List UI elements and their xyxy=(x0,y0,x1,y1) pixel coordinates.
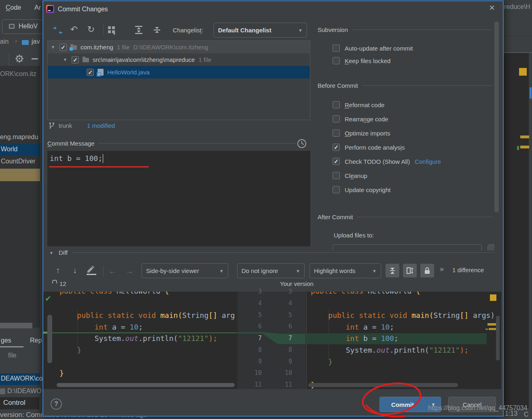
whitespace-dropdown[interactable]: Do not ignore ▼ xyxy=(237,263,305,278)
checkbox-todo[interactable]: ✓ xyxy=(333,158,340,165)
commit-message-label: Commit Message xyxy=(47,140,95,147)
package-fragment[interactable]: eng.mapredu xyxy=(0,133,38,141)
error-stripe-green[interactable] xyxy=(517,146,519,150)
after-commit-section: After Commit xyxy=(318,214,492,220)
checkbox-cleanup[interactable] xyxy=(333,172,340,179)
previous-difference-icon[interactable]: ↑ xyxy=(53,265,63,275)
show-diff-icon[interactable] xyxy=(53,25,63,35)
checkbox-keep-locked[interactable] xyxy=(333,57,340,64)
line-number: 4 xyxy=(246,300,262,307)
line-number: 6 xyxy=(246,323,262,330)
highlight-dropdown[interactable]: Highlight words ▼ xyxy=(309,263,381,278)
folder-icon xyxy=(70,45,77,50)
editor-tab-fragment[interactable]: reduce\H xyxy=(504,3,530,11)
package-path: D:\IDEAWORK\com.itzheng xyxy=(134,44,208,51)
gear-icon[interactable] xyxy=(15,54,24,63)
breadcrumb-java[interactable]: jav xyxy=(32,38,40,45)
configure-link[interactable]: Configure xyxy=(415,158,441,165)
spellcheck-underline xyxy=(49,166,149,167)
help-button[interactable]: ? xyxy=(51,398,62,410)
option-reformat[interactable]: Reformat code xyxy=(333,101,384,108)
commit-button[interactable]: Commit xyxy=(379,397,426,412)
branch-name: trunk xyxy=(59,122,72,129)
option-check-todo[interactable]: ✓ Check TODO (Show All) Configure xyxy=(333,158,441,165)
bg-scrollbar[interactable] xyxy=(0,323,32,328)
collapse-all-icon[interactable] xyxy=(152,25,162,35)
option-label: Keep files locked xyxy=(345,57,390,64)
changelist-dropdown[interactable]: Default Changelist ▼ xyxy=(214,23,307,38)
caret-down-icon[interactable]: ▼ xyxy=(51,45,56,49)
checkbox-package[interactable]: ✓ xyxy=(59,44,67,51)
left-pane-hscrollbar[interactable] xyxy=(57,383,235,387)
run-configuration-selector[interactable]: HelloV xyxy=(2,19,43,34)
selected-change-row[interactable]: DEAWORK\co xyxy=(0,373,40,385)
diff-collapse-caret[interactable]: ▼ xyxy=(49,251,53,255)
caret-down-icon[interactable]: ▼ xyxy=(63,57,68,62)
tree-item-countdriver[interactable]: CountDriver xyxy=(1,158,35,165)
checkbox-file[interactable]: ✓ xyxy=(87,69,94,76)
tree-row-directory[interactable]: ▼ ✓ src\main\java\com\itzheng\mapreduce … xyxy=(48,53,310,66)
intellij-logo-icon xyxy=(46,5,54,13)
viewer-mode-dropdown[interactable]: Side-by-side viewer ▼ xyxy=(142,263,228,278)
expand-all-icon[interactable] xyxy=(134,25,144,35)
checkbox-optimize[interactable] xyxy=(333,129,340,137)
lock-line-count: 12 xyxy=(59,280,66,287)
checkbox-analysis[interactable]: ✓ xyxy=(333,144,340,151)
screenshot-root: Code Ar HelloV ain › jav ORK\com.itz eng… xyxy=(0,0,532,419)
rollback-icon[interactable]: ↶ xyxy=(69,24,79,35)
modified-count[interactable]: 1 modified xyxy=(87,122,115,129)
tab-repository[interactable]: Rep xyxy=(30,337,42,344)
error-stripe-blue[interactable] xyxy=(530,87,532,99)
toolbar-divider-2 xyxy=(103,25,104,35)
breadcrumb-separator: › xyxy=(15,37,17,44)
error-stripe-green[interactable] xyxy=(485,328,488,330)
apply-left-icon[interactable]: ← xyxy=(107,266,118,276)
selected-tree-row[interactable]: World xyxy=(0,144,40,156)
option-auto-update[interactable]: Auto-update after commit xyxy=(333,44,413,52)
read-only-lock-toggle[interactable] xyxy=(420,264,434,277)
tab-changes[interactable]: ges xyxy=(1,337,11,344)
option-optimize-imports[interactable]: Optimize imports xyxy=(333,129,390,137)
hide-panel-icon[interactable] xyxy=(32,58,38,59)
breadcrumb[interactable]: ain xyxy=(0,38,8,45)
error-stripe-yellow-1[interactable] xyxy=(520,135,529,138)
tree-row-file-selected[interactable]: ✓ HelloWorld.java xyxy=(48,66,310,78)
bg-divider-1 xyxy=(503,36,532,36)
error-stripe-square[interactable] xyxy=(519,68,527,76)
apply-right-icon[interactable]: → xyxy=(124,266,135,276)
sync-scroll-toggle[interactable] xyxy=(403,264,417,277)
option-keep-locked[interactable]: Keep files locked xyxy=(333,57,390,64)
highlighted-row xyxy=(0,169,40,181)
collapse-unchanged-toggle[interactable] xyxy=(386,264,399,277)
menu-item-code[interactable]: Code xyxy=(6,4,21,11)
option-rearrange[interactable]: Rearrange code xyxy=(333,115,388,123)
code-line: System.out.println("12121"); xyxy=(59,334,217,343)
chevron-down-icon: ▼ xyxy=(367,269,377,273)
checkbox-rearrange[interactable] xyxy=(333,115,340,123)
option-label: Rearrange code xyxy=(345,116,388,123)
options-scrollbar[interactable] xyxy=(494,21,499,212)
option-cleanup[interactable]: Cleanup xyxy=(333,172,367,179)
after-commit-title: After Commit xyxy=(318,214,353,220)
right-pane-vscrollbar[interactable] xyxy=(496,316,500,360)
option-code-analysis[interactable]: ✓ Perform code analysis xyxy=(333,144,405,151)
checkbox-auto-update[interactable] xyxy=(333,44,340,52)
option-update-copyright[interactable]: Update copyright xyxy=(333,186,390,193)
checkbox-directory[interactable]: ✓ xyxy=(72,56,79,63)
commit-message-input[interactable]: int b = 100; xyxy=(47,151,310,246)
refresh-icon[interactable]: ↻ xyxy=(86,24,96,35)
more-options-chevrons[interactable]: » xyxy=(440,265,444,273)
tree-row-package[interactable]: ▼ ✓ com.itzheng 1 file D:\IDEAWORK\com.i… xyxy=(48,41,310,53)
checkbox-reformat[interactable] xyxy=(333,101,340,108)
history-clock-icon[interactable] xyxy=(297,138,307,149)
menu-item-analyze[interactable]: Ar xyxy=(34,4,41,11)
edit-pencil-icon[interactable] xyxy=(86,265,97,276)
next-difference-icon[interactable]: ↓ xyxy=(70,265,80,275)
error-stripe-yellow-2[interactable] xyxy=(520,146,529,148)
right-pane-hscrollbar[interactable] xyxy=(308,383,458,387)
before-commit-title: Before Commit xyxy=(318,82,358,89)
group-by-icon[interactable]: ▼ xyxy=(107,25,118,36)
checkbox-copyright[interactable] xyxy=(333,186,340,193)
left-pane-scroll-indicator[interactable] xyxy=(47,315,52,363)
error-stripe-square[interactable] xyxy=(490,294,496,301)
